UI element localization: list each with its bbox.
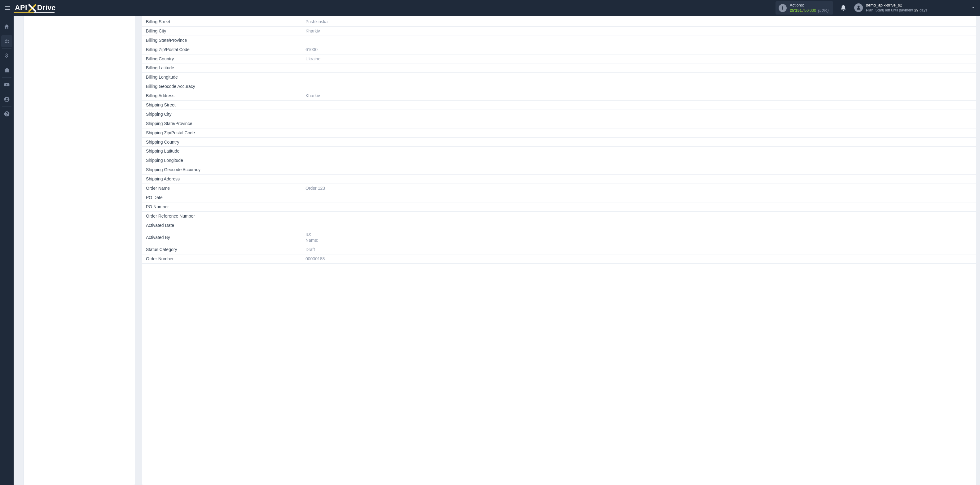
table-row: Shipping Geocode Accuracy: [142, 165, 976, 174]
field-value: [302, 193, 976, 202]
sidebar-item-home[interactable]: [0, 20, 14, 33]
table-row: Billing Zip/Postal Code61000: [142, 45, 976, 54]
field-label: Shipping Zip/Postal Code: [142, 128, 302, 138]
field-value: [302, 63, 976, 73]
table-row: Billing CityKharkiv: [142, 26, 976, 36]
field-value: [302, 147, 976, 156]
field-value: Kharkiv: [302, 91, 976, 101]
table-row: Shipping Latitude: [142, 147, 976, 156]
field-label: Billing Country: [142, 54, 302, 63]
field-label: Shipping State/Province: [142, 119, 302, 128]
field-value: [302, 36, 976, 45]
logo-api: API: [15, 4, 27, 12]
table-row: Order Number00000188: [142, 254, 976, 264]
field-label: Status Category: [142, 245, 302, 254]
info-icon: i: [779, 4, 787, 12]
field-value: [302, 138, 976, 147]
sidebar-item-connections[interactable]: [0, 35, 14, 48]
field-value: ID: Name:: [302, 230, 976, 245]
bell-icon: [840, 5, 847, 11]
field-value: [302, 119, 976, 128]
field-label: Activated Date: [142, 221, 302, 230]
sidebar-item-video[interactable]: [0, 78, 14, 91]
field-label: Order Number: [142, 254, 302, 264]
actions-numbers: 25'151/50'000 (50%): [790, 8, 829, 13]
field-value: [302, 128, 976, 138]
user-menu-caret[interactable]: [971, 5, 976, 11]
field-label: Order Name: [142, 184, 302, 193]
field-label: Shipping Longitude: [142, 156, 302, 165]
field-label: Billing Address: [142, 91, 302, 101]
table-row: Shipping Zip/Postal Code: [142, 128, 976, 138]
table-row: Shipping Longitude: [142, 156, 976, 165]
table-row: Shipping City: [142, 109, 976, 119]
field-value: [302, 221, 976, 230]
field-value: [302, 109, 976, 119]
field-label: Shipping Address: [142, 174, 302, 184]
field-label: Shipping Street: [142, 101, 302, 110]
details-panel: Billing StreetPushkinskaBilling CityKhar…: [142, 16, 976, 485]
field-value: Kharkiv: [302, 26, 976, 36]
table-row: Billing AddressKharkiv: [142, 91, 976, 101]
menu-toggle[interactable]: [3, 4, 12, 13]
briefcase-icon: [4, 67, 10, 73]
field-value: [302, 174, 976, 184]
field-value: Draft: [302, 245, 976, 254]
sidebar-item-help[interactable]: [0, 108, 14, 120]
field-value: [302, 156, 976, 165]
home-icon: [4, 24, 10, 30]
table-row: Status CategoryDraft: [142, 245, 976, 254]
field-label: Shipping Latitude: [142, 147, 302, 156]
sidebar: [0, 16, 14, 485]
avatar: [854, 3, 863, 12]
sidebar-item-briefcase[interactable]: [0, 64, 14, 77]
table-row: Shipping Country: [142, 138, 976, 147]
logo-drive: Drive: [37, 4, 56, 12]
app-logo[interactable]: API Drive: [15, 3, 56, 13]
chevron-down-icon: [971, 5, 976, 10]
field-label: Order Reference Number: [142, 211, 302, 221]
field-label: PO Date: [142, 193, 302, 202]
table-row: Order Reference Number: [142, 211, 976, 221]
field-value: Pushkinska: [302, 17, 976, 26]
left-panel: [24, 16, 135, 485]
details-table: Billing StreetPushkinskaBilling CityKhar…: [142, 17, 976, 264]
field-label: Billing Zip/Postal Code: [142, 45, 302, 54]
field-value: Ukraine: [302, 54, 976, 63]
field-label: Billing Street: [142, 17, 302, 26]
actions-counter[interactable]: i Actions: 25'151/50'000 (50%): [775, 1, 833, 15]
hamburger-icon: [4, 5, 11, 11]
table-row: Billing Longitude: [142, 73, 976, 82]
dollar-icon: [4, 52, 10, 59]
logo-x-icon: [27, 3, 37, 13]
field-value: [302, 211, 976, 221]
table-row: PO Number: [142, 202, 976, 211]
user-plan: Plan |Start| left until payment 29 days: [866, 8, 928, 13]
sidebar-item-billing[interactable]: [0, 49, 14, 62]
field-value: 00000188: [302, 254, 976, 264]
field-label: Shipping Geocode Accuracy: [142, 165, 302, 174]
field-label: Billing State/Province: [142, 36, 302, 45]
field-value: [302, 73, 976, 82]
main-content: Billing StreetPushkinskaBilling CityKhar…: [14, 16, 980, 485]
table-row: Billing Latitude: [142, 63, 976, 73]
table-row: Activated Date: [142, 221, 976, 230]
field-label: Shipping City: [142, 109, 302, 119]
table-row: Billing Geocode Accuracy: [142, 82, 976, 91]
user-menu[interactable]: demo_apix-drive_s2 Plan |Start| left unt…: [854, 3, 928, 13]
sidebar-item-account[interactable]: [0, 93, 14, 106]
table-row: Billing CountryUkraine: [142, 54, 976, 63]
field-label: Shipping Country: [142, 138, 302, 147]
app-header: API Drive i Actions: 25'151/50'000 (50%): [0, 0, 980, 16]
notifications-button[interactable]: [840, 5, 847, 11]
logo-underline: [14, 13, 54, 13]
field-label: PO Number: [142, 202, 302, 211]
field-value: [302, 101, 976, 110]
svg-rect-3: [34, 13, 54, 13]
table-row: Billing State/Province: [142, 36, 976, 45]
field-value: 61000: [302, 45, 976, 54]
user-circle-icon: [4, 96, 10, 103]
table-row: Shipping Address: [142, 174, 976, 184]
table-row: Billing StreetPushkinska: [142, 17, 976, 26]
table-row: PO Date: [142, 193, 976, 202]
